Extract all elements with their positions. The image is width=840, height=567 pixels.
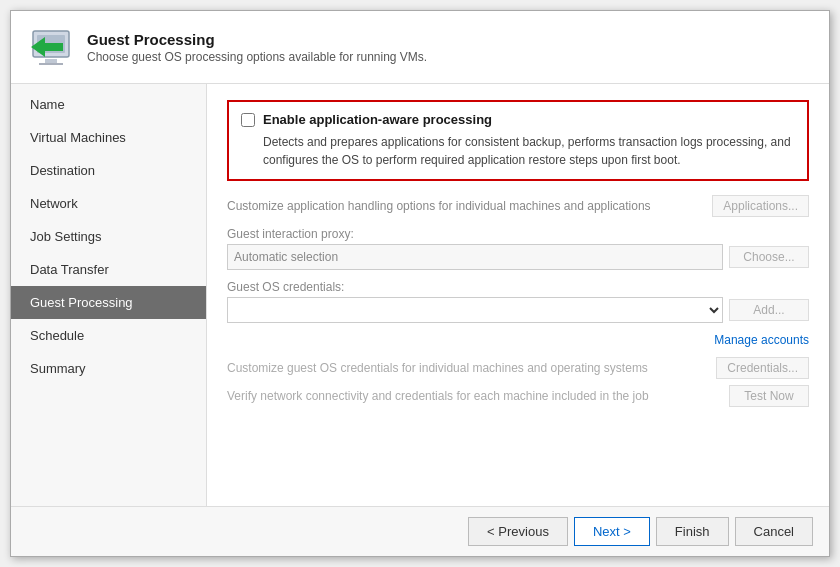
- customize-label: Customize application handling options f…: [227, 199, 651, 213]
- enable-app-aware-box: Enable application-aware processing Dete…: [227, 100, 809, 181]
- dialog-body: Name Virtual Machines Destination Networ…: [11, 84, 829, 506]
- dialog-footer: < Previous Next > Finish Cancel: [11, 506, 829, 556]
- dialog: Guest Processing Choose guest OS process…: [10, 10, 830, 557]
- sidebar-item-network[interactable]: Network: [11, 187, 206, 220]
- test-row: Verify network connectivity and credenti…: [227, 385, 809, 407]
- finish-button[interactable]: Finish: [656, 517, 729, 546]
- proxy-label: Guest interaction proxy:: [227, 227, 809, 241]
- svg-rect-2: [45, 59, 57, 63]
- dialog-subtitle: Choose guest OS processing options avail…: [87, 50, 427, 64]
- add-button[interactable]: Add...: [729, 299, 809, 321]
- header-text: Guest Processing Choose guest OS process…: [87, 31, 427, 64]
- verify-info-text: Verify network connectivity and credenti…: [227, 389, 649, 403]
- choose-button[interactable]: Choose...: [729, 246, 809, 268]
- proxy-block: Guest interaction proxy: Choose...: [227, 227, 809, 270]
- cancel-button[interactable]: Cancel: [735, 517, 813, 546]
- sidebar-item-job-settings[interactable]: Job Settings: [11, 220, 206, 253]
- credentials-info-row: Customize guest OS credentials for indiv…: [227, 357, 809, 379]
- proxy-row: Choose...: [227, 244, 809, 270]
- svg-rect-3: [39, 63, 63, 65]
- credentials-select[interactable]: [227, 297, 723, 323]
- credentials-block: Guest OS credentials: Add...: [227, 280, 809, 323]
- sidebar: Name Virtual Machines Destination Networ…: [11, 84, 207, 506]
- sidebar-item-destination[interactable]: Destination: [11, 154, 206, 187]
- dialog-header: Guest Processing Choose guest OS process…: [11, 11, 829, 84]
- enable-app-aware-description: Detects and prepares applications for co…: [241, 133, 795, 169]
- sidebar-item-virtual-machines[interactable]: Virtual Machines: [11, 121, 206, 154]
- main-content: Enable application-aware processing Dete…: [207, 84, 829, 506]
- sidebar-item-data-transfer[interactable]: Data Transfer: [11, 253, 206, 286]
- proxy-input[interactable]: [227, 244, 723, 270]
- dialog-title: Guest Processing: [87, 31, 427, 48]
- next-button[interactable]: Next >: [574, 517, 650, 546]
- credentials-row: Add...: [227, 297, 809, 323]
- sidebar-item-schedule[interactable]: Schedule: [11, 319, 206, 352]
- sidebar-item-name[interactable]: Name: [11, 88, 206, 121]
- applications-button[interactable]: Applications...: [712, 195, 809, 217]
- credentials-button[interactable]: Credentials...: [716, 357, 809, 379]
- credentials-label: Guest OS credentials:: [227, 280, 809, 294]
- guest-processing-icon: [27, 23, 75, 71]
- manage-accounts-link[interactable]: Manage accounts: [227, 333, 809, 347]
- sidebar-item-guest-processing[interactable]: Guest Processing: [11, 286, 206, 319]
- enable-app-aware-checkbox[interactable]: [241, 113, 255, 127]
- test-now-button[interactable]: Test Now: [729, 385, 809, 407]
- credentials-info-text: Customize guest OS credentials for indiv…: [227, 361, 648, 375]
- previous-button[interactable]: < Previous: [468, 517, 568, 546]
- customize-row: Customize application handling options f…: [227, 195, 809, 217]
- enable-app-aware-label[interactable]: Enable application-aware processing: [263, 112, 492, 127]
- sidebar-item-summary[interactable]: Summary: [11, 352, 206, 385]
